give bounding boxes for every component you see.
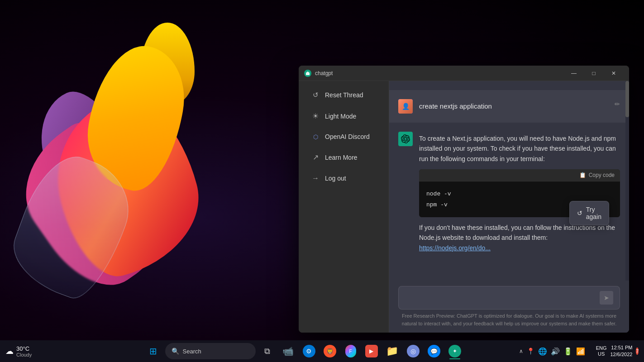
user-message-text: create nextjs application [419,102,492,110]
reset-thread-icon: ↺ [311,91,320,99]
menu-item-light-mode[interactable]: ☀ Light Mode [302,106,385,126]
messenger-app[interactable]: 💬 [425,342,443,360]
code-block-header: 📋 Copy code [419,169,620,181]
weather-condition: Cloudy [16,352,32,357]
messages-container[interactable]: 👤 create nextjs application ✏ [389,81,629,281]
learn-more-icon: ↗ [311,153,320,162]
copy-code-button[interactable]: 📋 Copy code [579,172,615,178]
light-mode-label: Light Mode [325,113,356,120]
edit-message-icon[interactable]: ✏ [615,99,620,109]
discord-icon: ⬡ [311,133,320,140]
menu-item-reset-thread[interactable]: ↺ Reset Thread [302,86,385,105]
user-photo: 👤 [398,99,413,114]
close-button[interactable]: ✕ [604,66,624,81]
weather-widget[interactable]: ☁ 30°C Cloudy [5,345,32,357]
minimize-button[interactable]: — [564,66,584,81]
discord-label: OpenAI Discord [325,133,370,140]
battery-icon[interactable]: 🔋 [563,347,572,356]
input-box: ➤ [398,286,620,310]
wifi-icon[interactable]: 📶 [576,347,585,356]
brave-browser[interactable]: 🦁 [321,342,339,360]
ai-response-continuation: If you don't have these installed, you c… [419,223,620,243]
ai-avatar [398,132,413,146]
search-bar[interactable]: 🔍 Search [165,343,256,359]
location-icon[interactable]: 📍 [527,348,534,355]
chat-area: 👤 create nextjs application ✏ [389,81,629,333]
menu-item-learn-more[interactable]: ↗ Learn More [302,148,385,167]
send-icon: ➤ [604,294,609,301]
search-icon: 🔍 [172,348,179,355]
notification-badge[interactable]: 7 [636,348,639,355]
taskbar-center: ⊞ 🔍 Search ⧉ 📹 ⚙ 🦁 F [91,342,517,360]
task-view-icon: ⧉ [264,347,270,356]
chatgpt-taskbar-icon: ✦ [448,345,461,357]
window-controls: — □ ✕ [564,66,624,81]
active-indicator [449,358,460,359]
ai-response-intro: To create a Next.js application, you wil… [419,133,620,164]
input-area: ➤ Free Research Preview: ChatGPT is opti… [389,281,629,333]
sidebar-menu: ↺ Reset Thread ☀ Light Mode ⬡ OpenAI Dis… [299,81,389,333]
weather-info: 30°C Cloudy [16,345,32,357]
copy-code-label: Copy code [589,172,615,178]
chatgpt-window: chatgpt — □ ✕ ↺ Reset Thread ☀ Light Mod… [299,66,629,333]
show-hidden-icons-button[interactable]: ∧ [519,348,523,354]
code-line-1: node -v [426,189,613,199]
search-bar-text: Search [183,348,201,355]
scrollbar-thumb[interactable] [625,81,629,117]
disclaimer-text: Free Research Preview: ChatGPT is optimi… [398,310,620,329]
lang-code: ENG [596,345,607,351]
network-icon[interactable]: 🌐 [538,347,547,356]
window-app-icon [304,70,311,77]
window-body: ↺ Reset Thread ☀ Light Mode ⬡ OpenAI Dis… [299,81,629,333]
chatgpt-taskbar-app[interactable]: ✦ [446,342,464,360]
video-call-app[interactable]: 📹 [279,342,297,360]
maximize-button[interactable]: □ [584,66,604,81]
window-title-text: chatgpt [315,70,564,76]
clock-widget[interactable]: 12:51 PM 12/6/2022 [611,344,633,358]
clock-date: 12/6/2022 [611,351,633,358]
try-again-button[interactable]: ↺ Try again [569,201,609,225]
video-icon: 📹 [282,346,294,357]
try-again-icon: ↺ [577,210,582,217]
weather-temp: 30°C [16,345,32,352]
file-explorer[interactable]: 📁 [383,342,401,360]
task-view-button[interactable]: ⧉ [258,342,277,360]
ai-message-content: To create a Next.js application, you wil… [419,132,620,253]
menu-item-logout[interactable]: → Log out [302,169,385,188]
figma-icon: F [345,345,356,357]
settings-icon: ⚙ [303,345,315,357]
cloud-icon: ☁ [5,346,14,356]
taskbar-right: ∧ 📍 🌐 🔊 🔋 📶 ENG US 12:51 PM 12/6/2022 7 [517,344,644,358]
messenger-icon: 💬 [428,345,440,357]
logout-label: Log out [325,175,346,182]
scrollbar-track[interactable] [625,81,629,281]
windows-logo-icon: ⊞ [149,346,157,357]
send-button[interactable]: ➤ [600,291,613,305]
nodejs-link[interactable]: https://nodejs.org/en/do... [419,244,491,252]
figma-app[interactable]: F [342,342,360,360]
brave-icon: 🦁 [324,345,336,357]
user-message-content: create nextjs application ✏ [419,99,620,112]
chat-input[interactable] [405,292,595,303]
light-mode-icon: ☀ [311,112,320,120]
reset-thread-label: Reset Thread [325,91,363,99]
menu-item-discord[interactable]: ⬡ OpenAI Discord [302,128,385,146]
youtube-app[interactable]: ▶ [363,342,381,360]
language-indicator[interactable]: ENG US [596,345,607,357]
user-message-row: 👤 create nextjs application ✏ [389,90,629,123]
discord-icon: ◎ [407,345,420,357]
start-button[interactable]: ⊞ [144,342,162,360]
user-avatar: 👤 [398,99,413,114]
ai-message-row: To create a Next.js application, you wil… [398,132,620,253]
window-titlebar: chatgpt — □ ✕ [299,66,629,81]
taskbar: ☁ 30°C Cloudy ⊞ 🔍 Search ⧉ 📹 ⚙ [0,340,644,362]
settings-app[interactable]: ⚙ [300,342,318,360]
discord-app[interactable]: ◎ [404,342,422,360]
folder-icon: 📁 [386,345,398,357]
try-again-label: Try again [586,206,601,220]
audio-icon[interactable]: 🔊 [551,347,560,356]
youtube-icon: ▶ [365,345,378,357]
logout-icon: → [311,174,320,182]
lang-region: US [596,351,607,357]
taskbar-left: ☁ 30°C Cloudy [0,345,91,357]
